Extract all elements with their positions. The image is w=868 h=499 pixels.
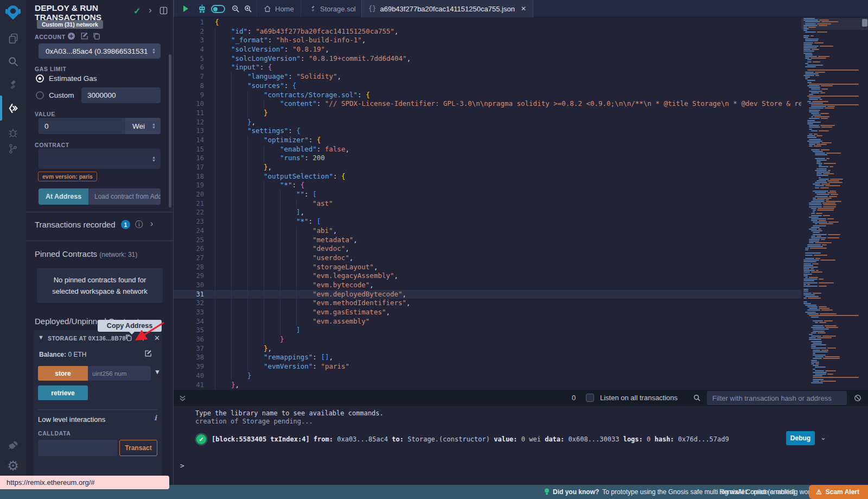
add-account-icon[interactable]	[67, 32, 75, 42]
zoom-in-icon[interactable]	[244, 5, 253, 14]
run-script-icon[interactable]	[181, 4, 190, 14]
clear-console-icon[interactable]	[854, 394, 861, 404]
editor-scrollbar-thumb[interactable]	[862, 19, 867, 27]
value-amount: 0	[44, 122, 49, 130]
panel-scrollbar[interactable]	[169, 54, 171, 207]
account-label: ACCOUNT	[35, 34, 66, 40]
solidity-compiler-icon[interactable]	[7, 78, 20, 91]
store-input[interactable]	[88, 366, 151, 381]
code-line: 20"": [	[174, 190, 801, 199]
value-unit-stepper-icon: ▲▼	[152, 123, 156, 129]
deploy-run-icon[interactable]	[7, 102, 20, 115]
debug-button[interactable]: Debug	[786, 431, 815, 445]
code-line: 37},	[174, 344, 801, 353]
settings-gear-icon[interactable]: ⚙	[7, 459, 20, 472]
minimap[interactable]	[801, 18, 861, 389]
code-line: 40}	[174, 371, 801, 381]
terminal-prompt[interactable]: >	[180, 462, 184, 470]
deploy-run-panel: DEPLOY & RUN TRANSACTIONS ✓ › Custom (31…	[26, 0, 174, 485]
code-line: 38"remappings": [],	[174, 353, 801, 362]
gas-custom-radio[interactable]	[36, 91, 44, 99]
pinned-network-label: (network: 31)	[99, 251, 137, 258]
gas-estimated-radio[interactable]	[36, 74, 44, 83]
json-file-icon: {}	[368, 5, 376, 12]
edit-balance-icon[interactable]	[144, 350, 152, 359]
remix-logo-icon[interactable]	[5, 4, 21, 21]
value-unit-select[interactable]: Wei ▲▼	[125, 118, 161, 134]
remove-contract-icon[interactable]: ✕	[154, 334, 162, 342]
gas-custom-input[interactable]: 3000000	[81, 87, 161, 103]
store-expand-icon[interactable]: ▼	[154, 368, 161, 376]
debugger-icon[interactable]	[7, 127, 20, 140]
lowlevel-title: Low level interactions	[38, 415, 105, 424]
code-line: 36}	[174, 335, 801, 344]
code-line: 21"ast"	[174, 199, 801, 209]
at-address-input[interactable]: Load contract from Addre	[88, 188, 161, 205]
tab-storage-sol[interactable]: Storage.sol	[303, 0, 363, 17]
ai-assistant-icon[interactable]	[197, 4, 207, 14]
solidity-file-icon	[310, 5, 316, 12]
terminal-body[interactable]: Type the library name to see available c…	[174, 406, 868, 485]
lowlevel-info-icon[interactable]: i	[154, 414, 157, 422]
transaction-filter-input[interactable]	[707, 391, 847, 405]
panel-expand-icon[interactable]: ›	[149, 5, 152, 16]
main-area: Home Storage.sol {} a69b43f277ba20fcac14…	[174, 0, 868, 485]
transaction-log-line[interactable]: [block:5583405 txIndex:4] from: 0xa03...…	[212, 435, 729, 443]
account-select[interactable]: 0xA03...85ac4 (0.39866531531 ▲▼	[39, 43, 161, 59]
code-line: 30"evm.bytecode",	[174, 281, 801, 290]
code-line: 10"content": "// SPDX-License-Identifier…	[174, 99, 801, 109]
transactions-recorded-label: Transactions recorded	[35, 220, 116, 229]
home-icon	[264, 5, 271, 12]
code-line: 9"contracts/Storage.sol": {	[174, 91, 801, 100]
value-input[interactable]: 0	[39, 118, 125, 134]
retrieve-button[interactable]: retrieve	[38, 386, 88, 400]
tab-home[interactable]: Home	[257, 0, 301, 17]
tab-json-active[interactable]: {} a69b43f277ba20fcac141151250ca755.json…	[361, 0, 533, 17]
contract-select[interactable]: ▲▼	[39, 149, 161, 169]
expand-terminal-icon[interactable]	[179, 394, 186, 404]
lightbulb-icon	[544, 488, 550, 496]
tx-success-icon[interactable]: ✓	[196, 434, 206, 444]
tab-close-icon[interactable]: ✕	[521, 5, 526, 12]
at-address-placeholder: Load contract from Addre	[94, 193, 161, 200]
tab-bar: Home Storage.sol {} a69b43f277ba20fcac14…	[174, 0, 868, 17]
transactions-info-icon[interactable]: ⓘ	[135, 220, 143, 230]
zoom-out-icon[interactable]	[232, 5, 241, 14]
card-divider	[38, 409, 157, 410]
sign-message-icon[interactable]	[80, 32, 88, 42]
tab-home-label: Home	[275, 5, 294, 13]
code-line: 13"settings": {	[174, 127, 801, 136]
at-address-button[interactable]: At Address	[39, 188, 88, 205]
copilot-toggle[interactable]	[211, 5, 225, 13]
pin-panel-icon[interactable]	[159, 7, 168, 17]
terminal-toolbar: 0 Listen on all transactions	[174, 390, 868, 406]
copy-address-icon[interactable]	[125, 334, 132, 342]
scam-alert-badge[interactable]: ⚠Scam Alert	[809, 485, 868, 499]
link-preview: https://remix.ethereum.org/#	[0, 476, 169, 489]
file-explorer-icon[interactable]	[7, 31, 20, 45]
code-line: 32"evm.methodIdentifiers",	[174, 299, 801, 308]
pin-contract-icon[interactable]	[139, 334, 147, 342]
copy-address-tooltip: Copy Address	[98, 320, 162, 332]
code-editor[interactable]: 1{2"id": "a69b43f277ba20fcac141151250ca7…	[174, 17, 868, 390]
store-button[interactable]: store	[38, 366, 88, 381]
copy-account-icon[interactable]	[92, 32, 100, 42]
gas-custom-value: 3000000	[87, 91, 116, 99]
transact-button[interactable]: Transact	[119, 440, 157, 456]
code-line: 3"_format": "hh-sol-build-info-1",	[174, 36, 801, 45]
instance-collapse-icon[interactable]: ▼	[38, 334, 44, 340]
copilot-status[interactable]: RemixAI Copilot (enabled)	[719, 485, 795, 499]
code-line: 6"input": {	[174, 63, 801, 72]
git-icon[interactable]	[7, 142, 20, 155]
warning-icon: ⚠	[816, 488, 822, 496]
code-line: 28"storageLayout",	[174, 263, 801, 272]
gas-custom-label: Custom	[49, 91, 74, 99]
tx-expand-icon[interactable]: ⌄	[820, 433, 826, 441]
terminal-search-icon	[693, 394, 701, 404]
listen-transactions-checkbox[interactable]	[586, 394, 594, 402]
code-line: 12},	[174, 118, 801, 127]
calldata-input[interactable]	[38, 440, 117, 456]
plugin-manager-icon[interactable]	[7, 439, 20, 452]
search-icon[interactable]	[7, 55, 20, 68]
transactions-expand-icon[interactable]: ›	[150, 219, 153, 229]
